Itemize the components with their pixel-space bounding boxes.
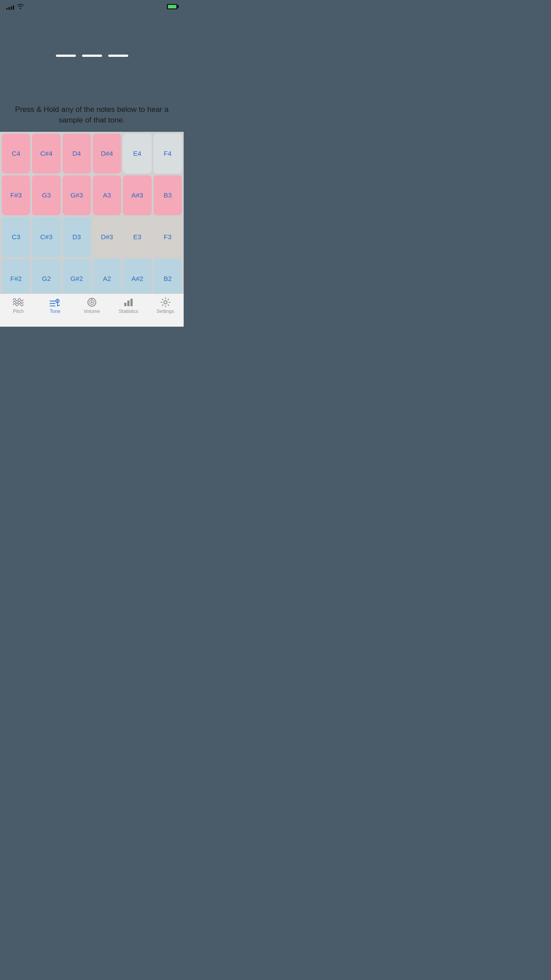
note-cell-As2[interactable]: A#2 xyxy=(123,259,151,299)
note-cell-Cs4[interactable]: C#4 xyxy=(32,134,60,174)
tab-pitch-label: Pitch xyxy=(13,308,24,314)
note-cell-F3[interactable]: F3 xyxy=(153,217,182,257)
note-cell-G2[interactable]: G2 xyxy=(32,259,60,299)
status-bar xyxy=(0,0,184,12)
status-right xyxy=(167,4,177,9)
notes-grid: C4C#4D4D#4E4F4F#3G3G#3A3A#3B3C3C#3D3D#3E… xyxy=(0,132,184,300)
gear-icon xyxy=(160,297,171,307)
dash-2 xyxy=(82,55,102,57)
instruction-area: Press & Hold any of the notes below to h… xyxy=(0,99,184,132)
tab-bar: Pitch Tone Volume xyxy=(0,293,184,327)
waves-icon xyxy=(12,297,24,307)
svg-point-8 xyxy=(91,301,93,303)
note-cell-As3[interactable]: A#3 xyxy=(123,175,151,215)
svg-point-13 xyxy=(164,301,167,304)
note-cell-A3[interactable]: A3 xyxy=(93,175,121,215)
note-cell-Ds4[interactable]: D#4 xyxy=(93,134,121,174)
note-cell-A2[interactable]: A2 xyxy=(93,259,121,299)
tab-tone-label: Tone xyxy=(50,308,60,314)
dash-3 xyxy=(108,55,128,57)
instruction-text: Press & Hold any of the notes below to h… xyxy=(4,104,180,126)
tab-volume-label: Volume xyxy=(84,308,100,314)
tab-tone[interactable]: Tone xyxy=(37,297,74,314)
tone-icon xyxy=(49,297,61,307)
note-cell-G3[interactable]: G3 xyxy=(32,175,60,215)
svg-rect-11 xyxy=(127,300,130,306)
dash-1 xyxy=(56,55,76,57)
svg-rect-12 xyxy=(130,299,133,306)
tab-volume[interactable]: Volume xyxy=(74,297,110,314)
tab-statistics-label: Statistics xyxy=(119,308,138,314)
note-cell-Cs3[interactable]: C#3 xyxy=(32,217,60,257)
note-cell-F4[interactable]: F4 xyxy=(153,134,182,174)
note-cell-Fs3[interactable]: F#3 xyxy=(2,175,30,215)
note-cell-E3[interactable]: E3 xyxy=(123,217,151,257)
note-cell-Ds3[interactable]: D#3 xyxy=(93,217,121,257)
note-cell-D4[interactable]: D4 xyxy=(63,134,91,174)
note-cell-C3[interactable]: C3 xyxy=(2,217,30,257)
tab-statistics[interactable]: Statistics xyxy=(110,297,147,314)
note-cell-E4[interactable]: E4 xyxy=(123,134,151,174)
tab-settings[interactable]: Settings xyxy=(147,297,184,314)
battery-icon xyxy=(167,4,177,9)
main-display-area xyxy=(0,12,184,99)
note-cell-B2[interactable]: B2 xyxy=(153,259,182,299)
note-cell-B3[interactable]: B3 xyxy=(153,175,182,215)
note-cell-Gs2[interactable]: G#2 xyxy=(63,259,91,299)
note-cell-C4[interactable]: C4 xyxy=(2,134,30,174)
wifi-icon xyxy=(16,3,24,11)
signal-icon xyxy=(6,4,14,10)
svg-rect-10 xyxy=(124,303,126,306)
pitch-dashes xyxy=(56,55,128,57)
tab-pitch[interactable]: Pitch xyxy=(0,297,37,314)
note-cell-Gs3[interactable]: G#3 xyxy=(63,175,91,215)
stats-icon xyxy=(123,297,134,307)
status-left xyxy=(6,3,24,11)
tab-settings-label: Settings xyxy=(157,308,174,314)
note-cell-D3[interactable]: D3 xyxy=(63,217,91,257)
note-cell-Fs2[interactable]: F#2 xyxy=(2,259,30,299)
volume-icon xyxy=(86,297,98,307)
